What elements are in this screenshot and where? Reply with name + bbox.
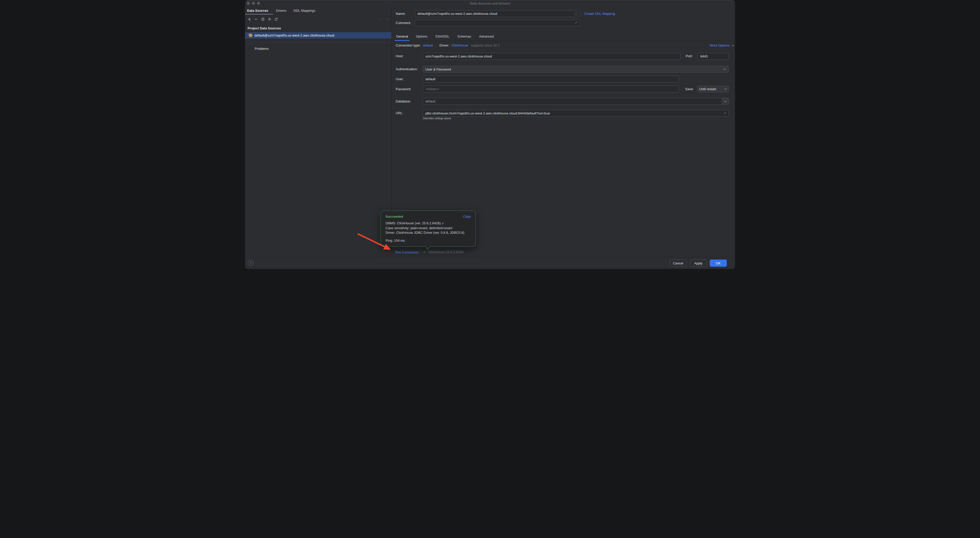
tab-ddl-mappings[interactable]: DDL Mappings: [294, 9, 315, 13]
host-input[interactable]: [423, 53, 681, 59]
data-source-name: default@szm7oqed0o.us-west-2.aws.clickho…: [255, 33, 334, 37]
connection-type-link[interactable]: default: [423, 43, 433, 47]
save-value: Until restart: [699, 87, 716, 91]
remove-data-source-icon[interactable]: [254, 17, 258, 21]
host-field[interactable]: [423, 53, 681, 60]
active-tab-underline: [245, 14, 273, 14]
driver-link[interactable]: ClickHouse: [452, 43, 468, 47]
cancel-button[interactable]: Cancel: [670, 259, 687, 267]
save-select[interactable]: Until restart: [697, 86, 729, 92]
name-field[interactable]: [415, 10, 580, 17]
copy-link[interactable]: Copy: [463, 215, 471, 218]
user-label: User:: [396, 77, 404, 81]
tab-options[interactable]: Options: [415, 32, 428, 41]
ping-line: Ping: 104 ms: [385, 239, 471, 242]
data-source-list-item[interactable]: default@szm7oqed0o.us-west-2.aws.clickho…: [245, 32, 391, 38]
password-input[interactable]: [423, 86, 679, 92]
comment-field[interactable]: [415, 20, 580, 26]
comment-label: Comment:: [396, 21, 411, 25]
duplicate-icon[interactable]: [261, 17, 265, 21]
case-sensitivity-line: Case sensitivity: plain=exact, delimited…: [385, 226, 471, 231]
more-options-link[interactable]: More Options: [710, 43, 734, 48]
add-data-source-icon[interactable]: [247, 17, 251, 21]
test-connection-link[interactable]: Test Connection: [395, 250, 419, 255]
tab-schemas[interactable]: Schemas: [457, 32, 472, 41]
gear-icon[interactable]: [267, 17, 272, 21]
authentication-value: User & Password: [425, 67, 451, 71]
ok-button[interactable]: OK: [710, 259, 727, 267]
clickhouse-logo-icon: [249, 34, 252, 37]
tab-ssh-ssl[interactable]: SSH/SSL: [435, 32, 450, 41]
database-dropdown-button[interactable]: [722, 98, 729, 105]
url-note: Overrides settings above: [423, 117, 451, 120]
popup-tail: [425, 244, 430, 249]
test-connection-popup: Succeeded Copy DBMS: ClickHouse (ver. 25…: [381, 210, 476, 247]
data-sources-dialog: Data Sources and Drivers Data Sources Dr…: [245, 0, 735, 269]
name-label: Name:: [396, 11, 406, 16]
edit-pencil-icon[interactable]: ✎: [441, 222, 445, 224]
chevron-down-icon: [724, 88, 727, 90]
authentication-select[interactable]: User & Password: [423, 66, 729, 73]
connection-type-label: Connection type:: [396, 43, 421, 47]
chevron-down-icon: [723, 68, 726, 70]
url-label: URL:: [396, 111, 403, 115]
driver-line: Driver: ClickHouse JDBC Driver (ver. 0.8…: [385, 231, 471, 235]
url-field[interactable]: [423, 110, 729, 117]
name-input[interactable]: [415, 11, 574, 17]
chevron-down-icon: [732, 45, 734, 46]
driver-note: supports since 20.7: [471, 43, 500, 47]
tab-general[interactable]: General: [396, 32, 409, 41]
user-input[interactable]: [423, 76, 679, 82]
window-title: Data Sources and Drivers: [245, 2, 735, 5]
user-field[interactable]: [423, 76, 679, 83]
back-arrow-icon[interactable]: ←: [378, 16, 382, 21]
create-ddl-mapping-link[interactable]: Create DDL Mapping: [584, 11, 615, 16]
connection-status-text: ClickHouse 25.6.2.6426: [428, 250, 463, 254]
tab-data-sources[interactable]: Data Sources: [247, 9, 268, 13]
host-label: Host:: [396, 54, 403, 59]
left-panel-tabs: Data Sources Drivers DDL Mappings: [245, 7, 391, 14]
help-icon[interactable]: ?: [248, 260, 253, 266]
tab-advanced[interactable]: Advanced: [479, 32, 494, 41]
database-field[interactable]: [423, 98, 729, 105]
apply-button[interactable]: Apply: [690, 259, 707, 267]
port-label: Port:: [686, 54, 693, 59]
database-label: Database:: [396, 99, 411, 104]
forward-arrow-icon[interactable]: →: [385, 16, 389, 21]
port-field[interactable]: [697, 53, 729, 60]
expand-icon[interactable]: [723, 111, 727, 115]
color-circle-icon[interactable]: [574, 12, 578, 16]
connection-tabs: General Options SSH/SSL Schemas Advanced: [391, 32, 735, 41]
project-data-sources-heading: Project Data Sources: [248, 26, 281, 30]
problems-section-label[interactable]: Problems: [255, 47, 269, 51]
popup-status: Succeeded: [385, 215, 403, 218]
comment-input[interactable]: [415, 20, 574, 26]
success-check-icon: ✓: [423, 250, 426, 254]
tab-drivers[interactable]: Drivers: [276, 9, 286, 13]
driver-label: Driver:: [439, 43, 449, 47]
save-label: Save:: [685, 87, 694, 91]
expand-icon[interactable]: [574, 21, 578, 25]
authentication-label: Authentication:: [396, 67, 418, 72]
password-label: Password:: [396, 87, 411, 91]
database-input[interactable]: [423, 98, 722, 105]
port-input[interactable]: [698, 53, 729, 59]
left-panel-toolbar: ← →: [245, 15, 391, 23]
dbms-line: DBMS: ClickHouse (ver. 25.6.2.6426)✎: [385, 221, 471, 226]
connection-type-row: Connection type: default Driver: ClickHo…: [396, 43, 500, 48]
footer-divider: [245, 257, 735, 257]
url-input[interactable]: [423, 110, 723, 116]
open-ddl-icon[interactable]: [274, 17, 278, 21]
titlebar: Data Sources and Drivers: [245, 0, 735, 7]
password-field[interactable]: [423, 86, 679, 92]
